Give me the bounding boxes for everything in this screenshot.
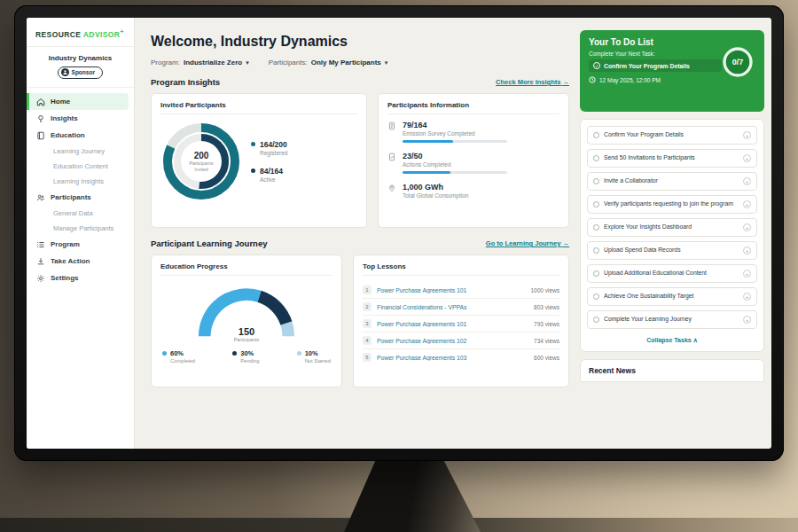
sidebar-item-insights[interactable]: Insights bbox=[27, 110, 134, 127]
sidebar-item-manage-participants[interactable]: Manage Participants bbox=[27, 221, 134, 236]
task-row[interactable]: Upload Additional Educational Content › bbox=[587, 264, 757, 283]
chevron-right-icon[interactable]: › bbox=[743, 316, 751, 324]
lesson-link[interactable]: Financial Considerations - VPPAs bbox=[377, 304, 528, 310]
sidebar-item-general-data[interactable]: General Data bbox=[27, 206, 134, 221]
lesson-rank: 5 bbox=[363, 353, 372, 362]
journey-cards-row: Education Progress 150 Participants bbox=[151, 254, 569, 387]
task-row[interactable]: Upload Spend Data Records › bbox=[587, 241, 757, 260]
sidebar-item-program[interactable]: Program bbox=[27, 236, 134, 253]
dashboard-screen: RESOURCE ADVISOR+ Industry Dynamics Spon… bbox=[27, 18, 771, 449]
task-row[interactable]: Invite a Collaborator › bbox=[587, 172, 757, 191]
task-checkbox[interactable] bbox=[593, 201, 599, 207]
sponsor-badge[interactable]: Sponsor bbox=[58, 66, 103, 79]
sidebar: RESOURCE ADVISOR+ Industry Dynamics Spon… bbox=[27, 18, 135, 449]
invited-center-value: 200 bbox=[194, 151, 209, 160]
sidebar-item-participants[interactable]: Participants bbox=[27, 189, 134, 206]
next-task-row[interactable]: ✓ Confirm Your Program Details bbox=[589, 59, 722, 72]
chevron-right-icon[interactable]: › bbox=[743, 177, 751, 185]
invited-participants-card: Invited Participants 200 Partic bbox=[151, 93, 367, 228]
task-row[interactable]: Achieve One Sustainability Target › bbox=[587, 287, 757, 306]
sidebar-item-label: Take Action bbox=[51, 257, 90, 265]
emission-value: 79/164 bbox=[403, 121, 507, 129]
sidebar-item-label: Learning Journey bbox=[53, 147, 105, 155]
lesson-views: 803 views bbox=[534, 304, 559, 310]
chevron-right-icon[interactable]: › bbox=[743, 154, 751, 162]
task-row[interactable]: Explore Your Insights Dashboard › bbox=[587, 218, 757, 237]
active-label: Active bbox=[260, 176, 283, 183]
chevron-right-icon[interactable]: › bbox=[743, 200, 751, 208]
legend-dot bbox=[162, 351, 167, 356]
learning-journey-head: Participant Learning Journey Go to Learn… bbox=[151, 239, 569, 248]
consumption-stat: 1,000 GWh Total Global Consumption bbox=[387, 183, 559, 199]
task-checkbox[interactable] bbox=[593, 178, 599, 184]
task-checkbox[interactable] bbox=[593, 132, 599, 138]
sidebar-item-settings[interactable]: Settings bbox=[27, 270, 134, 286]
lesson-link[interactable]: Power Purchase Agreements 101 bbox=[377, 287, 525, 293]
sponsor-label: Sponsor bbox=[72, 69, 95, 75]
participants-filter[interactable]: Participants: Only My Participants ▾ bbox=[269, 59, 388, 66]
invited-card-title: Invited Participants bbox=[160, 101, 357, 114]
info-card-title: Participants Information bbox=[387, 101, 559, 114]
gear-icon bbox=[36, 274, 45, 283]
check-more-insights-link[interactable]: Check More Insights → bbox=[496, 78, 569, 86]
sponsor-icon bbox=[61, 68, 69, 76]
program-insights-title: Program Insights bbox=[151, 77, 220, 87]
checklist-icon bbox=[387, 153, 396, 161]
legend-dot bbox=[251, 168, 255, 173]
page-title: Welcome, Industry Dynamics bbox=[151, 34, 569, 50]
task-checkbox[interactable] bbox=[593, 224, 599, 231]
sidebar-item-education-content[interactable]: Education Content bbox=[27, 159, 134, 174]
participants-information-card: Participants Information 79/164 Emission… bbox=[378, 93, 569, 228]
chevron-right-icon[interactable]: › bbox=[743, 246, 751, 254]
pending-label: Pending bbox=[240, 358, 259, 364]
app-logo: RESOURCE ADVISOR+ bbox=[27, 27, 134, 47]
task-label: Explore Your Insights Dashboard bbox=[604, 223, 739, 231]
lesson-link[interactable]: Power Purchase Agreements 101 bbox=[377, 321, 528, 327]
chevron-right-icon[interactable]: › bbox=[743, 293, 751, 301]
task-label: Upload Additional Educational Content bbox=[604, 270, 739, 278]
sidebar-item-learning-journey[interactable]: Learning Journey bbox=[27, 144, 134, 159]
emission-survey-stat: 79/164 Emission Survey Completed bbox=[387, 121, 559, 143]
not-started-value: 10% bbox=[305, 349, 331, 357]
consumption-value: 1,000 GWh bbox=[403, 183, 468, 192]
sidebar-item-take-action[interactable]: Take Action bbox=[27, 253, 134, 270]
lesson-row: 1 Power Purchase Agreements 101 1000 vie… bbox=[363, 282, 559, 299]
task-row[interactable]: Verify participants requesting to join t… bbox=[587, 195, 757, 214]
sidebar-item-learning-insights[interactable]: Learning Insights bbox=[27, 174, 134, 189]
legend-dot bbox=[297, 351, 301, 356]
sidebar-item-label: General Data bbox=[53, 209, 93, 217]
task-checkbox[interactable] bbox=[593, 293, 599, 300]
task-checkbox[interactable] bbox=[593, 247, 599, 254]
sidebar-nav: Home Insights Education Learning Journey… bbox=[27, 93, 134, 286]
sidebar-item-education[interactable]: Education bbox=[27, 127, 134, 144]
filters-row: Program: Industrialize Zero ▾ Participan… bbox=[151, 59, 569, 66]
task-row[interactable]: Confirm Your Program Details › bbox=[587, 126, 757, 145]
lesson-link[interactable]: Power Purchase Agreements 102 bbox=[377, 338, 528, 344]
go-to-learning-journey-link[interactable]: Go to Learning Journey → bbox=[486, 239, 569, 247]
task-row[interactable]: Complete Your Learning Journey › bbox=[587, 310, 757, 329]
recent-news-card: Recent News bbox=[580, 359, 764, 382]
chevron-right-icon[interactable]: › bbox=[743, 131, 751, 139]
actions-progress-bar bbox=[403, 171, 507, 174]
todo-progress-ring: 0/7 bbox=[720, 44, 755, 80]
chevron-down-icon: ▾ bbox=[385, 59, 388, 66]
emission-label: Emission Survey Completed bbox=[403, 130, 507, 137]
sidebar-item-label: Program bbox=[51, 240, 80, 248]
chevron-right-icon[interactable]: › bbox=[743, 270, 751, 278]
program-filter[interactable]: Program: Industrialize Zero ▾ bbox=[151, 59, 249, 66]
lesson-link[interactable]: Power Purchase Agreements 103 bbox=[377, 355, 528, 361]
task-checkbox[interactable] bbox=[593, 317, 599, 323]
book-icon bbox=[36, 131, 45, 140]
chevron-right-icon[interactable]: › bbox=[743, 223, 751, 231]
sidebar-item-home[interactable]: Home bbox=[27, 93, 129, 110]
task-checkbox[interactable] bbox=[593, 270, 599, 277]
task-label: Send 50 Invitations to Participants bbox=[604, 154, 739, 162]
sidebar-item-label: Home bbox=[51, 98, 70, 106]
collapse-tasks-link[interactable]: Collapse Tasks ∧ bbox=[587, 333, 757, 345]
sidebar-item-label: Insights bbox=[51, 114, 78, 122]
lesson-views: 734 views bbox=[534, 338, 559, 344]
task-row[interactable]: Send 50 Invitations to Participants › bbox=[587, 149, 757, 168]
task-checkbox[interactable] bbox=[593, 155, 599, 161]
top-lessons-card: Top Lessons 1 Power Purchase Agreements … bbox=[353, 254, 569, 387]
lesson-views: 1000 views bbox=[530, 287, 559, 293]
